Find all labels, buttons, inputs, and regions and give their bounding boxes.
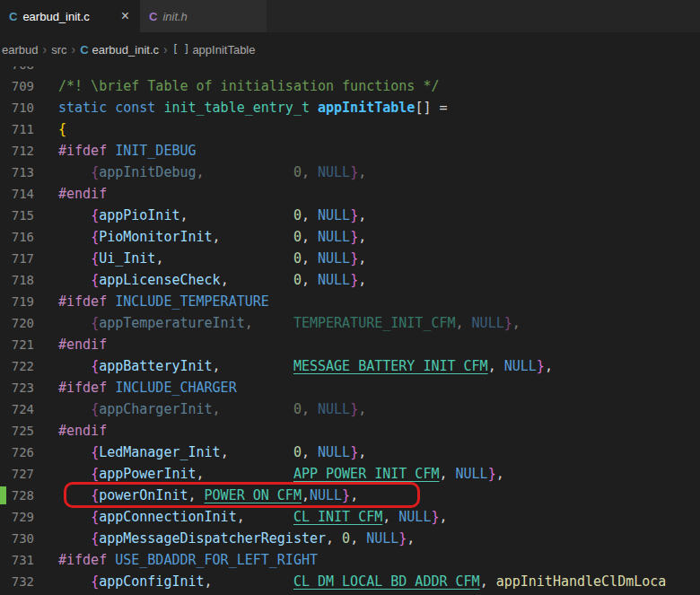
- code-line[interactable]: 729 {appConnectionInit, CL_INIT_CFM, NUL…: [0, 506, 700, 528]
- code-line[interactable]: 721#endif: [0, 334, 700, 355]
- code-token: INCLUDE_CHARGER: [115, 380, 236, 396]
- code-token: TEMPERATURE_INIT_CFM: [293, 315, 456, 331]
- line-number[interactable]: 708: [0, 66, 34, 75]
- tab-label: earbud_init.c: [22, 10, 89, 23]
- code-token: appChargerInit: [99, 401, 212, 417]
- code-line[interactable]: 717 {Ui_Init, 0, NULL},: [0, 248, 700, 269]
- code-token: ,: [302, 229, 318, 245]
- line-number[interactable]: 716: [0, 226, 34, 248]
- line-number[interactable]: 732: [0, 571, 34, 592]
- code-token: {: [91, 466, 99, 482]
- code-line[interactable]: 716 {PioMonitorInit, 0, NULL},: [0, 226, 700, 248]
- code-text: #ifdef USE_BDADDR_FOR_LEFT_RIGHT: [34, 552, 318, 568]
- code-token: #ifdef: [58, 380, 115, 396]
- code-token: [58, 466, 91, 482]
- code-token: {: [91, 509, 99, 525]
- code-line[interactable]: 724 {appChargerInit, 0, NULL},: [0, 398, 700, 420]
- line-number[interactable]: 709: [0, 75, 34, 97]
- code-token: ,: [245, 315, 293, 331]
- code-line[interactable]: 723#ifdef INCLUDE_CHARGER: [0, 377, 700, 398]
- line-number[interactable]: 726: [0, 442, 34, 463]
- code-line[interactable]: 708: [0, 66, 700, 75]
- code-line[interactable]: 732 {appConfigInit, CL_DM_LOCAL_BD_ADDR_…: [0, 571, 700, 592]
- code-token: NULL: [318, 272, 350, 288]
- code-text: #ifdef INCLUDE_TEMPERATURE: [34, 293, 269, 310]
- code-token: #endif: [58, 337, 107, 353]
- breadcrumb-item-file[interactable]: earbud_init.c: [92, 43, 159, 57]
- code-token: NULL: [318, 401, 350, 417]
- code-line[interactable]: 727 {appPowerInit, APP_POWER_INIT_CFM, N…: [0, 463, 700, 485]
- line-number[interactable]: 727: [0, 463, 34, 485]
- code-token: }: [350, 401, 358, 417]
- line-number[interactable]: 712: [0, 140, 34, 162]
- code-token: #endif: [58, 186, 107, 202]
- code-line[interactable]: 712#ifdef INIT_DEBUG: [0, 140, 700, 162]
- code-token: 0: [293, 444, 302, 460]
- line-number[interactable]: 719: [0, 291, 34, 312]
- array-symbol-icon: [ ]: [172, 43, 189, 56]
- line-number[interactable]: 721: [0, 334, 34, 355]
- code-token: ,: [302, 272, 318, 288]
- line-number[interactable]: 729: [0, 506, 34, 528]
- line-number[interactable]: 713: [0, 162, 34, 183]
- line-number[interactable]: 723: [0, 377, 34, 398]
- line-number[interactable]: 722: [0, 355, 34, 377]
- code-token: [58, 401, 91, 417]
- breadcrumb-item-src[interactable]: src: [51, 43, 66, 57]
- breadcrumb-item-earbud[interactable]: earbud: [2, 43, 38, 57]
- line-number[interactable]: 710: [0, 97, 34, 118]
- code-line[interactable]: 715 {appPioInit, 0, NULL},: [0, 205, 700, 226]
- code-token: ,: [382, 509, 398, 525]
- code-token: appMessageDispatcherRegister: [99, 530, 326, 547]
- code-line[interactable]: 713 {appInitDebug, 0, NULL},: [0, 162, 700, 183]
- code-token: #endif: [58, 423, 107, 439]
- line-number[interactable]: 730: [0, 528, 34, 549]
- code-token: 0: [293, 229, 302, 245]
- code-line[interactable]: 710static const init_table_entry_t appIn…: [0, 97, 700, 118]
- code-token: powerOnInit: [99, 487, 188, 503]
- code-token: INIT_DEBUG: [115, 143, 196, 159]
- line-number[interactable]: 711: [0, 118, 34, 140]
- code-token: appInitHandleClDmLoca: [496, 573, 667, 590]
- code-line[interactable]: 728 {powerOnInit, POWER_ON_CFM,NULL},: [0, 485, 700, 506]
- code-line[interactable]: 714#endif: [0, 183, 700, 205]
- c-file-icon: C: [9, 10, 17, 23]
- code-token: NULL: [472, 315, 504, 331]
- line-number[interactable]: 731: [0, 549, 34, 571]
- code-token: {: [91, 401, 99, 417]
- line-number[interactable]: 724: [0, 398, 34, 420]
- code-line[interactable]: 720 {appTemperatureInit, TEMPERATURE_INI…: [0, 312, 700, 334]
- code-line[interactable]: 709/*! \brief Table of initialisation fu…: [0, 75, 700, 97]
- line-number[interactable]: 718: [0, 269, 34, 291]
- code-line[interactable]: 726 {LedManager_Init, 0, NULL},: [0, 442, 700, 463]
- code-token: }: [350, 272, 358, 288]
- chevron-right-icon: ›: [163, 42, 168, 57]
- chevron-right-icon: ›: [42, 42, 47, 57]
- code-token: ,: [480, 573, 496, 590]
- line-number[interactable]: 725: [0, 420, 34, 442]
- code-line[interactable]: 730 {appMessageDispatcherRegister, 0, NU…: [0, 528, 700, 549]
- close-icon[interactable]: ×: [119, 9, 131, 23]
- code-line[interactable]: 731#ifdef USE_BDADDR_FOR_LEFT_RIGHT: [0, 549, 700, 571]
- code-line[interactable]: 725#endif: [0, 420, 700, 442]
- code-token: ,: [439, 466, 455, 482]
- code-line[interactable]: 722 {appBatteryInit, MESSAGE_BATTERY_INI…: [0, 355, 700, 377]
- code-token: #ifdef: [58, 293, 115, 310]
- code-token: 0: [293, 401, 302, 417]
- code-token: ,: [358, 250, 366, 267]
- tab-init-h[interactable]: C init.h: [140, 0, 267, 32]
- code-token: appLicenseCheck: [99, 272, 220, 288]
- code-token: {: [91, 358, 99, 374]
- code-line[interactable]: 711{: [0, 118, 700, 140]
- code-editor[interactable]: 708709/*! \brief Table of initialisation…: [0, 66, 700, 595]
- breadcrumb-item-symbol[interactable]: appInitTable: [192, 43, 255, 57]
- line-number[interactable]: 714: [0, 183, 34, 205]
- line-number[interactable]: 720: [0, 312, 34, 334]
- line-number[interactable]: 715: [0, 205, 34, 226]
- line-number[interactable]: 717: [0, 248, 34, 269]
- code-line[interactable]: 719#ifdef INCLUDE_TEMPERATURE: [0, 291, 700, 312]
- tab-earbud-init-c[interactable]: C earbud_init.c ×: [0, 0, 140, 32]
- code-token: ,: [439, 509, 447, 525]
- code-line[interactable]: 718 {appLicenseCheck, 0, NULL},: [0, 269, 700, 291]
- code-token: [58, 207, 91, 223]
